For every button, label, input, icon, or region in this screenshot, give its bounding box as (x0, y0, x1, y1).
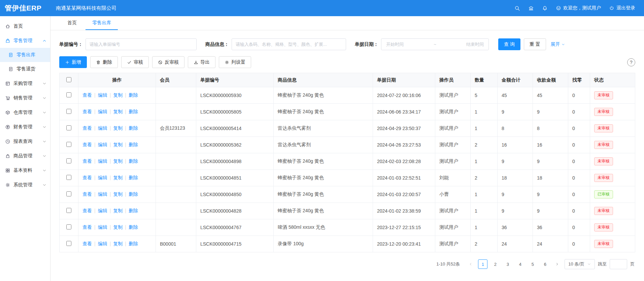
select-all-checkbox[interactable] (66, 77, 71, 82)
welcome-user[interactable]: 欢迎您，测试用户 (556, 5, 601, 11)
page-number-6[interactable]: 6 (540, 259, 550, 269)
action-view-link[interactable]: 查看 (82, 92, 92, 98)
sidebar-item-8[interactable]: 基本资料 (0, 163, 50, 178)
building-icon[interactable] (528, 5, 534, 11)
sidebar-item-5[interactable]: 财务管理 (0, 120, 50, 134)
action-view-link[interactable]: 查看 (82, 142, 92, 147)
jump-page-input[interactable] (610, 259, 627, 269)
action-edit-link[interactable]: 编辑 (98, 92, 107, 98)
bill-no-input[interactable] (86, 38, 197, 50)
page-number-1[interactable]: 1 (478, 259, 487, 269)
row-checkbox[interactable] (66, 241, 71, 246)
action-edit-link[interactable]: 编辑 (98, 175, 107, 180)
prev-page-button[interactable] (466, 259, 475, 269)
tab-1[interactable]: 零售出库 (86, 16, 118, 30)
product-label: 商品信息： (205, 41, 229, 48)
page-size-select[interactable]: 10 条/页 (565, 259, 595, 269)
pagination: 1-10 共52条12345610 条/页跳至页 (59, 252, 635, 276)
action-edit-link[interactable]: 编辑 (98, 208, 107, 213)
action-copy-link[interactable]: 复制 (113, 224, 123, 230)
row-checkbox[interactable] (66, 92, 71, 97)
action-separator: | (125, 142, 126, 147)
action-delete-link[interactable]: 删除 (129, 142, 138, 147)
action-delete-link[interactable]: 删除 (129, 125, 138, 131)
action-edit-link[interactable]: 编辑 (98, 158, 107, 164)
action-copy-link[interactable]: 复制 (113, 241, 123, 246)
page-number-3[interactable]: 3 (503, 259, 512, 269)
toolbar-button-4[interactable]: 导出 (188, 56, 215, 68)
page-number-5[interactable]: 5 (528, 259, 537, 269)
action-view-link[interactable]: 查看 (82, 125, 92, 131)
row-checkbox[interactable] (66, 224, 71, 229)
sidebar-item-9[interactable]: 系统管理 (0, 178, 50, 192)
action-delete-link[interactable]: 删除 (129, 191, 138, 197)
action-delete-link[interactable]: 删除 (129, 224, 138, 230)
action-view-link[interactable]: 查看 (82, 175, 92, 180)
toolbar-button-3[interactable]: 反审核 (152, 56, 184, 68)
expand-link[interactable]: 展开 (551, 41, 565, 48)
page-number-2[interactable]: 2 (490, 259, 500, 269)
page-number-4[interactable]: 4 (515, 259, 525, 269)
row-checkbox[interactable] (66, 208, 71, 213)
row-checkbox[interactable] (66, 158, 71, 163)
action-edit-link[interactable]: 编辑 (98, 125, 107, 131)
row-checkbox[interactable] (66, 191, 71, 196)
toolbar-button-5[interactable]: 列设置 (219, 56, 251, 68)
sidebar-item-0[interactable]: 首页 (0, 19, 50, 33)
action-copy-link[interactable]: 复制 (113, 158, 123, 164)
tab-0[interactable]: 首页 (61, 16, 83, 30)
action-copy-link[interactable]: 复制 (113, 208, 123, 213)
action-edit-link[interactable]: 编辑 (98, 191, 107, 197)
action-view-link[interactable]: 查看 (82, 241, 92, 246)
action-view-link[interactable]: 查看 (82, 224, 92, 230)
next-page-button[interactable] (553, 259, 562, 269)
sidebar-item-7[interactable]: 商品管理 (0, 149, 50, 163)
action-copy-link[interactable]: 复制 (113, 191, 123, 197)
action-view-link[interactable]: 查看 (82, 191, 92, 197)
sidebar-item-6[interactable]: 报表查询 (0, 134, 50, 149)
sidebar-item-4[interactable]: 仓库管理 (0, 105, 50, 120)
sidebar-item-3[interactable]: 销售管理 (0, 91, 50, 105)
row-checkbox[interactable] (66, 175, 71, 180)
row-checkbox[interactable] (66, 109, 71, 114)
date-range-picker[interactable]: 开始时间 ~ 结束时间 (381, 38, 489, 50)
action-view-link[interactable]: 查看 (82, 208, 92, 213)
toolbar-button-0[interactable]: 新增 (59, 56, 87, 68)
search-button[interactable]: 查 询 (498, 38, 520, 50)
action-copy-link[interactable]: 复制 (113, 109, 123, 114)
action-copy-link[interactable]: 复制 (113, 175, 123, 180)
row-checkbox-cell (60, 153, 78, 170)
action-delete-link[interactable]: 删除 (129, 208, 138, 213)
action-edit-link[interactable]: 编辑 (98, 142, 107, 147)
product-input[interactable] (232, 38, 346, 50)
logout-button[interactable]: 退出登录 (609, 5, 635, 11)
search-icon[interactable] (514, 5, 520, 11)
action-copy-link[interactable]: 复制 (113, 125, 123, 131)
action-delete-link[interactable]: 删除 (129, 175, 138, 180)
help-icon[interactable]: ? (627, 58, 635, 66)
action-delete-link[interactable]: 删除 (129, 158, 138, 164)
action-copy-link[interactable]: 复制 (113, 92, 123, 98)
action-delete-link[interactable]: 删除 (129, 92, 138, 98)
action-copy-link[interactable]: 复制 (113, 142, 123, 147)
action-view-link[interactable]: 查看 (82, 158, 92, 164)
sidebar-subitem-1-1[interactable]: 零售退货 (0, 62, 50, 76)
bell-icon[interactable] (542, 5, 548, 11)
row-checkbox[interactable] (66, 125, 71, 130)
action-view-link[interactable]: 查看 (82, 109, 92, 114)
action-delete-link[interactable]: 删除 (129, 241, 138, 246)
toolbar-button-2[interactable]: 审核 (121, 56, 149, 68)
toolbar-button-1[interactable]: 删除 (90, 56, 118, 68)
sidebar-subitem-1-0[interactable]: 零售出库 (0, 48, 50, 62)
reset-button[interactable]: 重 置 (524, 38, 546, 50)
cell-received: 45 (533, 87, 568, 104)
column-header: 操作员 (435, 73, 471, 87)
action-edit-link[interactable]: 编辑 (98, 241, 107, 246)
action-edit-link[interactable]: 编辑 (98, 224, 107, 230)
action-delete-link[interactable]: 删除 (129, 109, 138, 114)
row-checkbox[interactable] (66, 142, 71, 147)
action-edit-link[interactable]: 编辑 (98, 109, 107, 114)
sidebar-item-1[interactable]: 零售管理 (0, 33, 50, 48)
cell-received: 9 (533, 186, 568, 203)
sidebar-item-2[interactable]: 采购管理 (0, 76, 50, 91)
